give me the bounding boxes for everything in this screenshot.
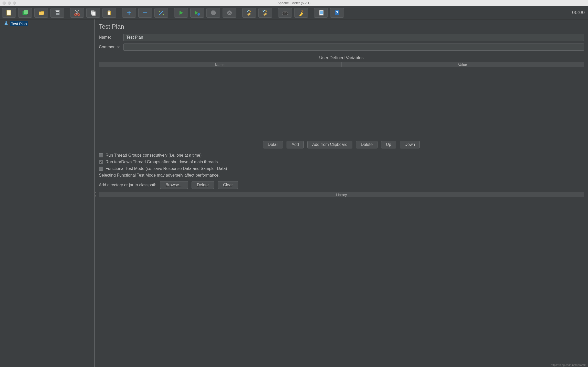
new-button[interactable] <box>2 8 16 18</box>
clear-all-button[interactable] <box>258 8 272 18</box>
svg-rect-11 <box>108 12 110 15</box>
svg-point-22 <box>263 10 264 11</box>
consecutive-checkbox[interactable] <box>99 153 103 157</box>
library-body[interactable] <box>99 197 584 214</box>
open-button[interactable] <box>34 8 48 18</box>
play-skip-icon <box>194 10 200 16</box>
editor-panel: Test Plan Name: Comments: User Defined V… <box>95 19 588 367</box>
copy-button[interactable] <box>86 8 100 18</box>
up-button[interactable]: Up <box>381 141 396 148</box>
delete-button[interactable]: Delete <box>356 141 377 148</box>
functional-checkbox[interactable] <box>99 167 103 171</box>
start-no-timers-button[interactable] <box>190 8 204 18</box>
svg-rect-26 <box>319 10 323 15</box>
tree-node-label: Test Plan <box>10 21 28 26</box>
down-button[interactable]: Down <box>400 141 420 148</box>
flask-icon <box>4 21 8 26</box>
detail-button[interactable]: Detail <box>263 141 283 148</box>
library-table[interactable]: Library <box>99 192 584 214</box>
udv-col-value: Value <box>342 62 584 67</box>
minus-icon <box>142 10 148 16</box>
broom-icon <box>246 9 253 16</box>
library-col: Library <box>99 192 584 197</box>
svg-point-18 <box>247 11 248 12</box>
templates-icon <box>22 9 28 16</box>
save-button[interactable] <box>50 8 64 18</box>
name-label: Name: <box>99 35 123 40</box>
shutdown-button[interactable] <box>223 8 236 18</box>
broom-yellow-icon <box>298 9 304 16</box>
svg-point-21 <box>264 10 265 11</box>
play-icon <box>178 10 184 16</box>
shutdown-icon <box>226 10 233 16</box>
consecutive-label: Run Thread Groups consecutively (i.e. on… <box>106 153 202 158</box>
notebook-icon <box>318 9 324 16</box>
reset-search-button[interactable] <box>294 8 308 18</box>
classpath-label: Add directory or jar to classpath <box>99 183 156 187</box>
udv-body[interactable] <box>99 67 584 137</box>
wand-icon <box>158 9 165 16</box>
classpath-clear-button[interactable]: Clear <box>218 181 238 189</box>
add-button[interactable]: Add <box>287 141 303 148</box>
elapsed-timer: 00:00 <box>572 10 586 15</box>
binoculars-icon <box>282 10 288 16</box>
broom-all-icon <box>262 9 269 16</box>
help-icon: ? <box>334 9 340 16</box>
tree-node-test-plan[interactable]: Test Plan <box>0 20 94 27</box>
svg-rect-2 <box>24 10 28 14</box>
save-icon <box>54 9 61 16</box>
cut-button[interactable] <box>70 8 84 18</box>
name-input[interactable] <box>123 34 584 41</box>
svg-text:?: ? <box>336 11 338 15</box>
clipboard-icon <box>106 9 113 16</box>
traffic-light-close[interactable] <box>3 2 6 5</box>
main-toolbar: ? 00:00 <box>0 6 588 19</box>
svg-point-24 <box>285 12 288 15</box>
teardown-label: Run tearDown Thread Groups after shutdow… <box>106 160 218 164</box>
traffic-light-minimize[interactable] <box>8 2 11 5</box>
stop-button[interactable] <box>206 8 220 18</box>
folder-open-icon <box>38 9 45 16</box>
svg-rect-12 <box>108 10 110 11</box>
teardown-checkbox[interactable] <box>99 160 103 164</box>
copy-icon <box>90 9 97 16</box>
svg-rect-4 <box>56 10 59 12</box>
add-from-clipboard-button[interactable]: Add from Clipboard <box>307 141 352 148</box>
search-button[interactable] <box>278 8 292 18</box>
file-new-icon <box>6 9 12 16</box>
toggle-button[interactable] <box>154 8 168 18</box>
help-button[interactable]: ? <box>330 8 344 18</box>
templates-button[interactable] <box>18 8 32 18</box>
test-plan-tree[interactable]: Test Plan <box>0 19 95 367</box>
svg-rect-5 <box>56 13 59 15</box>
svg-marker-16 <box>211 10 216 15</box>
browse-button[interactable]: Browse... <box>160 181 188 189</box>
plus-icon <box>126 10 132 16</box>
stop-icon <box>210 10 216 16</box>
svg-point-13 <box>159 11 160 12</box>
udv-table[interactable]: Name: Value <box>99 62 584 137</box>
mac-titlebar: Apache JMeter (5.2.1) <box>0 0 588 6</box>
function-helper-button[interactable] <box>314 8 328 18</box>
watermark: https://blog.csdn.net/jclian91 <box>551 363 586 366</box>
svg-point-14 <box>163 14 164 15</box>
svg-point-15 <box>197 13 200 16</box>
start-button[interactable] <box>174 8 188 18</box>
panel-title: Test Plan <box>99 23 584 30</box>
clear-button[interactable] <box>242 8 256 18</box>
comments-input[interactable] <box>123 44 584 51</box>
traffic-light-zoom[interactable] <box>13 2 16 5</box>
comments-label: Comments: <box>99 45 123 49</box>
paste-button[interactable] <box>102 8 116 18</box>
svg-point-20 <box>263 11 264 12</box>
window-title: Apache JMeter (5.2.1) <box>0 1 588 5</box>
collapse-button[interactable] <box>138 8 152 18</box>
expand-button[interactable] <box>122 8 136 18</box>
udv-col-name: Name: <box>99 62 342 67</box>
functional-note: Selecting Functional Test Mode may adver… <box>99 173 584 178</box>
svg-rect-9 <box>92 12 96 16</box>
svg-point-19 <box>248 10 249 11</box>
scissors-icon <box>74 9 80 16</box>
classpath-delete-button[interactable]: Delete <box>192 181 214 189</box>
functional-label: Functional Test Mode (i.e. save Response… <box>106 166 227 171</box>
